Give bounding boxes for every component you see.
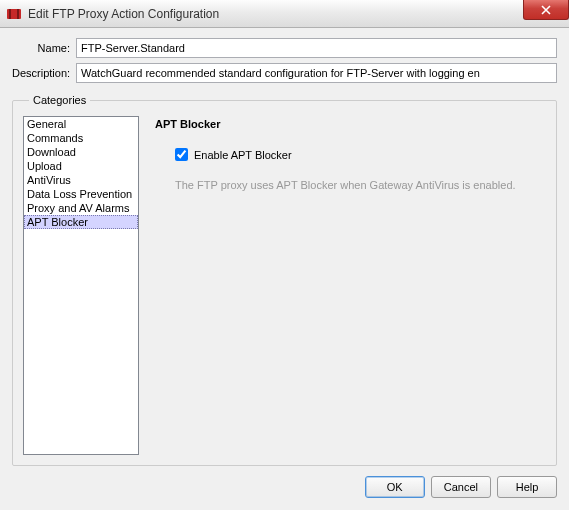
description-label: Description: <box>12 67 76 79</box>
enable-apt-blocker-checkbox[interactable] <box>175 148 188 161</box>
help-button[interactable]: Help <box>497 476 557 498</box>
dialog-content: Name: Description: Categories GeneralCom… <box>0 28 569 510</box>
svg-rect-1 <box>9 9 11 19</box>
category-item[interactable]: Data Loss Prevention <box>24 187 138 201</box>
close-button[interactable] <box>523 0 569 20</box>
ok-button[interactable]: OK <box>365 476 425 498</box>
category-panel: APT Blocker Enable APT Blocker The FTP p… <box>151 116 546 455</box>
cancel-button[interactable]: Cancel <box>431 476 491 498</box>
category-item[interactable]: APT Blocker <box>24 215 138 229</box>
enable-apt-blocker-label: Enable APT Blocker <box>194 149 292 161</box>
name-input[interactable] <box>76 38 557 58</box>
category-item[interactable]: Upload <box>24 159 138 173</box>
category-item[interactable]: General <box>24 117 138 131</box>
dialog-buttons: OK Cancel Help <box>12 466 557 498</box>
apt-blocker-note: The FTP proxy uses APT Blocker when Gate… <box>175 179 546 191</box>
description-input[interactable] <box>76 63 557 83</box>
app-icon <box>6 6 22 22</box>
category-item[interactable]: Download <box>24 145 138 159</box>
name-label: Name: <box>12 42 76 54</box>
panel-title: APT Blocker <box>155 118 546 130</box>
category-item[interactable]: Commands <box>24 131 138 145</box>
category-list[interactable]: GeneralCommandsDownloadUploadAntiVirusDa… <box>23 116 139 455</box>
categories-group: Categories GeneralCommandsDownloadUpload… <box>12 94 557 466</box>
enable-apt-blocker-row[interactable]: Enable APT Blocker <box>175 148 546 161</box>
close-icon <box>541 5 551 15</box>
category-item[interactable]: Proxy and AV Alarms <box>24 201 138 215</box>
svg-rect-2 <box>17 9 19 19</box>
category-item[interactable]: AntiVirus <box>24 173 138 187</box>
categories-legend: Categories <box>29 94 90 106</box>
window-title: Edit FTP Proxy Action Configuration <box>28 7 219 21</box>
window-titlebar: Edit FTP Proxy Action Configuration <box>0 0 569 28</box>
